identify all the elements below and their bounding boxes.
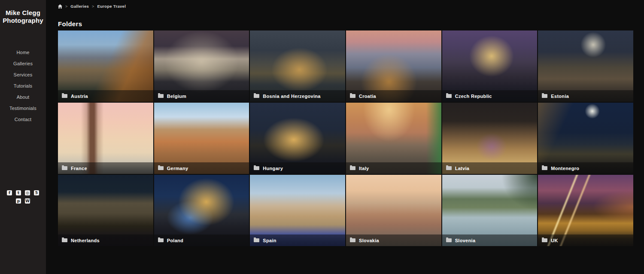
folder-label: Germany bbox=[167, 166, 188, 171]
folder-label-bar: Estonia bbox=[538, 90, 633, 102]
page-title: Folders bbox=[58, 20, 633, 27]
folder-tile-slovenia[interactable]: Slovenia bbox=[442, 175, 538, 246]
folder-tile-croatia[interactable]: Croatia bbox=[346, 30, 441, 102]
folder-label: Slovenia bbox=[455, 238, 476, 243]
folder-label: Spain bbox=[263, 238, 276, 243]
folder-tile-slovakia[interactable]: Slovakia bbox=[346, 175, 441, 246]
folder-label-bar: Netherlands bbox=[58, 234, 153, 246]
home-icon[interactable] bbox=[58, 4, 62, 9]
folder-icon bbox=[446, 166, 452, 170]
folder-icon bbox=[350, 94, 355, 98]
folder-label-bar: Italy bbox=[346, 162, 441, 174]
folder-icon bbox=[62, 166, 67, 170]
folder-tile-bosnia[interactable]: Bosnia and Herzegovina bbox=[250, 30, 345, 102]
sidebar-item-about[interactable]: About bbox=[0, 91, 46, 103]
folder-icon bbox=[62, 94, 67, 98]
folder-label-bar: Austria bbox=[58, 90, 153, 102]
folder-tile-poland[interactable]: Poland bbox=[154, 175, 249, 246]
social-row-2: pW bbox=[0, 198, 46, 204]
folder-label-bar: Croatia bbox=[346, 90, 441, 102]
folder-icon bbox=[158, 166, 164, 170]
sidebar: Mike Clegg Photography HomeGalleriesServ… bbox=[0, 0, 46, 274]
folder-label: UK bbox=[551, 238, 558, 243]
folder-tile-france[interactable]: France bbox=[58, 103, 153, 174]
breadcrumb-europe-travel[interactable]: Europe Travel bbox=[97, 4, 126, 9]
folder-label-bar: Belgium bbox=[154, 90, 249, 102]
folder-label-bar: Germany bbox=[154, 162, 249, 174]
folder-icon bbox=[158, 238, 164, 242]
facebook-icon[interactable]: f bbox=[7, 190, 12, 195]
folder-icon bbox=[446, 238, 452, 242]
folder-label: Belgium bbox=[167, 94, 187, 99]
breadcrumb-separator: > bbox=[65, 4, 67, 9]
sidebar-item-tutorials[interactable]: Tutorials bbox=[0, 80, 46, 91]
folder-tile-latvia[interactable]: Latvia bbox=[442, 103, 538, 174]
folder-label-bar: Bosnia and Herzegovina bbox=[250, 90, 345, 102]
folder-icon bbox=[254, 94, 259, 98]
wordpress-icon[interactable]: W bbox=[25, 198, 30, 204]
500px-icon[interactable]: 5 bbox=[34, 190, 39, 195]
folder-icon bbox=[542, 166, 547, 170]
instagram-icon[interactable]: ◎ bbox=[25, 190, 30, 195]
folder-tile-hungary[interactable]: Hungary bbox=[250, 103, 345, 174]
folder-icon bbox=[254, 238, 259, 242]
folder-label-bar: Czech Republic bbox=[442, 90, 538, 102]
folder-icon bbox=[350, 238, 355, 242]
sidebar-item-home[interactable]: Home bbox=[0, 47, 46, 58]
social-links: ft◎5 pW bbox=[0, 190, 46, 207]
folder-label: Poland bbox=[167, 238, 183, 243]
folder-label: Croatia bbox=[359, 94, 376, 99]
twitter-icon[interactable]: t bbox=[16, 190, 21, 195]
folder-icon bbox=[158, 94, 164, 98]
folder-icon bbox=[62, 238, 67, 242]
folder-label-bar: France bbox=[58, 162, 153, 174]
folder-label-bar: Spain bbox=[250, 234, 345, 246]
folder-label-bar: Slovakia bbox=[346, 234, 441, 246]
folder-label-bar: Montenegro bbox=[538, 162, 633, 174]
folder-label: Netherlands bbox=[71, 238, 100, 243]
folder-label: Italy bbox=[359, 166, 369, 171]
pinterest-icon[interactable]: p bbox=[16, 198, 21, 204]
sidebar-item-contact[interactable]: Contact bbox=[0, 114, 46, 125]
folder-tile-montenegro[interactable]: Montenegro bbox=[538, 103, 633, 174]
folder-label: Slovakia bbox=[359, 238, 379, 243]
folder-tile-spain[interactable]: Spain bbox=[250, 175, 345, 246]
site-logo-line1: Mike Clegg bbox=[0, 9, 46, 17]
folder-tile-netherlands[interactable]: Netherlands bbox=[58, 175, 153, 246]
folder-label: Bosnia and Herzegovina bbox=[263, 94, 320, 99]
folder-label: France bbox=[71, 166, 87, 171]
folder-icon bbox=[542, 238, 547, 242]
folder-icon bbox=[446, 94, 452, 98]
sidebar-item-testimonials[interactable]: Testimonials bbox=[0, 103, 46, 114]
breadcrumb-separator: > bbox=[92, 4, 94, 9]
folder-label-bar: Latvia bbox=[442, 162, 538, 174]
folder-label-bar: Slovenia bbox=[442, 234, 538, 246]
breadcrumb: > Galleries > Europe Travel bbox=[58, 4, 633, 9]
folders-grid: AustriaBelgiumBosnia and HerzegovinaCroa… bbox=[58, 30, 633, 246]
sidebar-item-services[interactable]: Services bbox=[0, 69, 46, 80]
folder-label-bar: Hungary bbox=[250, 162, 345, 174]
breadcrumb-galleries[interactable]: Galleries bbox=[70, 4, 89, 9]
folder-label: Montenegro bbox=[551, 166, 579, 171]
site-logo-line2: Photography bbox=[0, 17, 46, 24]
folder-label: Estonia bbox=[551, 94, 569, 99]
folder-label: Czech Republic bbox=[455, 94, 492, 99]
folder-tile-estonia[interactable]: Estonia bbox=[538, 30, 633, 102]
folder-tile-czech-republic[interactable]: Czech Republic bbox=[442, 30, 538, 102]
social-row-1: ft◎5 bbox=[0, 190, 46, 195]
main-content: > Galleries > Europe Travel Folders Aust… bbox=[46, 0, 644, 246]
folder-label: Austria bbox=[71, 94, 88, 99]
site-logo[interactable]: Mike Clegg Photography bbox=[0, 0, 46, 24]
folder-tile-germany[interactable]: Germany bbox=[154, 103, 249, 174]
folder-label: Hungary bbox=[263, 166, 283, 171]
folder-icon bbox=[350, 166, 355, 170]
folder-tile-italy[interactable]: Italy bbox=[346, 103, 441, 174]
folder-tile-belgium[interactable]: Belgium bbox=[154, 30, 249, 102]
folder-label: Latvia bbox=[455, 166, 470, 171]
folder-icon bbox=[254, 166, 259, 170]
folder-icon bbox=[542, 94, 547, 98]
folder-tile-austria[interactable]: Austria bbox=[58, 30, 153, 102]
folder-tile-uk[interactable]: UK bbox=[538, 175, 633, 246]
sidebar-item-galleries[interactable]: Galleries bbox=[0, 58, 46, 69]
folder-label-bar: Poland bbox=[154, 234, 249, 246]
